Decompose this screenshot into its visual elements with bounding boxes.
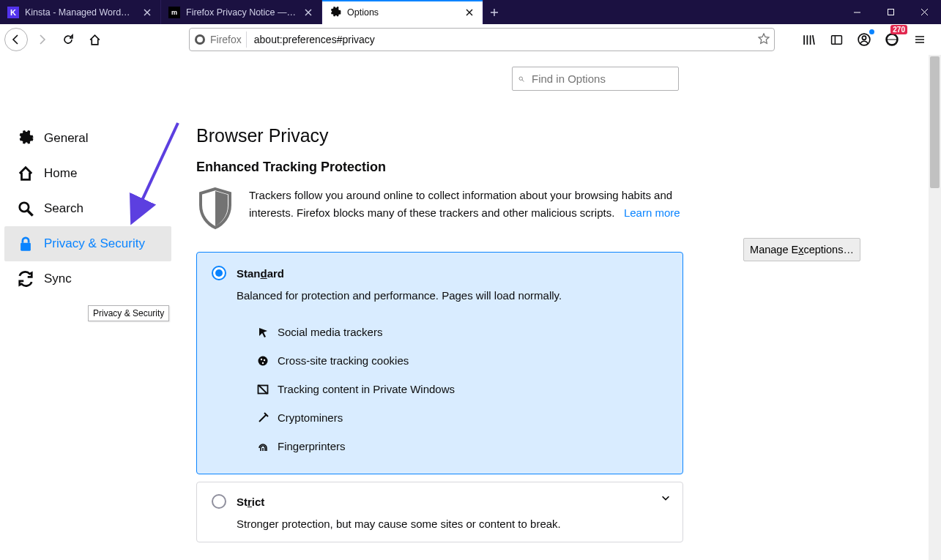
notification-dot-icon: [869, 29, 874, 34]
feature-item: Cross-site tracking cookies: [257, 346, 668, 375]
svg-point-10: [259, 356, 268, 365]
scrollbar-thumb[interactable]: [930, 56, 940, 188]
radio-strict[interactable]: [212, 494, 226, 509]
svg-point-5: [862, 36, 866, 40]
tab-title: Firefox Privacy Notice — Mozil: [186, 7, 297, 18]
find-in-options[interactable]: [512, 67, 679, 91]
tab-kinsta[interactable]: K Kinsta - Managed WordPress H: [0, 0, 161, 24]
preferences-sidebar: General Home Search Privacy & Security S…: [0, 55, 176, 560]
tab-strip: K Kinsta - Managed WordPress H m Firefox…: [0, 0, 505, 24]
sidebar-item-general[interactable]: General: [4, 121, 171, 156]
window-titlebar: K Kinsta - Managed WordPress H m Firefox…: [0, 0, 941, 24]
section-heading-etp: Enhanced Tracking Protection: [196, 160, 920, 175]
sidebar-item-label: General: [44, 131, 88, 146]
url-bar[interactable]: Firefox: [189, 28, 775, 51]
page-title: Browser Privacy: [196, 125, 920, 146]
option-description: Stronger protection, but may cause some …: [237, 518, 668, 530]
sidebar-item-label: Search: [44, 201, 83, 216]
option-title: Standard: [237, 267, 284, 280]
svg-point-2: [197, 37, 203, 42]
svg-rect-8: [21, 243, 31, 251]
tab-title: Options: [347, 7, 458, 18]
search-icon: [18, 201, 34, 217]
sidebar-item-privacy[interactable]: Privacy & Security: [4, 226, 171, 261]
social-trackers-icon: [257, 326, 269, 338]
app-menu-button[interactable]: [907, 27, 932, 52]
sidebar-item-home[interactable]: Home: [4, 156, 171, 191]
sidebar-tooltip: Privacy & Security: [88, 305, 169, 321]
window-maximize-button[interactable]: [874, 0, 907, 24]
bookmark-star-icon[interactable]: [758, 33, 770, 47]
sidebar-item-label: Home: [44, 166, 77, 181]
svg-rect-3: [831, 35, 841, 44]
favicon-kinsta: K: [7, 7, 19, 18]
account-button[interactable]: [852, 27, 877, 52]
window-close-button[interactable]: [907, 0, 941, 24]
tab-close-icon[interactable]: [302, 7, 314, 18]
shield-icon: [196, 187, 234, 233]
cookie-icon: [257, 355, 269, 367]
svg-point-7: [20, 203, 29, 212]
sidebar-item-label: Privacy & Security: [44, 236, 145, 251]
sidebar-item-search[interactable]: Search: [4, 191, 171, 226]
find-input[interactable]: [530, 72, 672, 86]
feature-item: Tracking content in Private Windows: [257, 375, 668, 403]
gear-icon: [330, 7, 341, 18]
new-tab-button[interactable]: [483, 0, 505, 24]
manage-exceptions-button[interactable]: Manage Exceptions…: [743, 238, 860, 261]
firefox-logo-icon: [194, 34, 206, 45]
window-minimize-button[interactable]: [840, 0, 874, 24]
tab-options[interactable]: Options: [322, 0, 483, 24]
forward-button[interactable]: [29, 27, 54, 52]
feature-item: Fingerprinters: [257, 432, 668, 460]
tab-close-icon[interactable]: [464, 7, 475, 18]
svg-point-13: [262, 362, 264, 363]
feature-list: Social media trackers Cross-site trackin…: [257, 318, 668, 460]
etp-option-strict[interactable]: Strict Stronger protection, but may caus…: [196, 482, 683, 542]
radio-standard[interactable]: [212, 266, 226, 280]
tab-close-icon[interactable]: [141, 7, 153, 18]
url-input[interactable]: [253, 33, 752, 46]
tab-moz-privacy[interactable]: m Firefox Privacy Notice — Mozil: [161, 0, 322, 24]
svg-point-11: [261, 358, 262, 359]
sidebar-item-label: Sync: [44, 272, 72, 286]
home-button[interactable]: [82, 27, 107, 52]
etp-option-standard[interactable]: Standard Balanced for protection and per…: [196, 252, 683, 474]
lock-icon: [18, 236, 34, 252]
gear-icon: [18, 130, 34, 146]
scrollbar[interactable]: ▴: [929, 55, 941, 560]
svg-point-9: [519, 77, 523, 81]
option-title: Strict: [237, 496, 264, 508]
chevron-down-icon[interactable]: [661, 493, 671, 505]
reload-button[interactable]: [56, 27, 81, 52]
back-button[interactable]: [4, 28, 28, 51]
svg-point-12: [264, 359, 265, 360]
favicon-mozilla: m: [168, 7, 180, 18]
fingerprint-icon: [257, 441, 269, 452]
sidebar-item-sync[interactable]: Sync: [4, 261, 171, 296]
sidebar-button[interactable]: [824, 27, 849, 52]
feature-item: Social media trackers: [257, 318, 668, 346]
preferences-main: Browser Privacy Enhanced Tracking Protec…: [176, 55, 941, 560]
option-description: Balanced for protection and performance.…: [237, 289, 668, 302]
svg-rect-0: [888, 10, 893, 15]
feature-item: Cryptominers: [257, 403, 668, 432]
tab-title: Kinsta - Managed WordPress H: [25, 7, 135, 18]
etp-description: Trackers follow you around online to col…: [249, 187, 683, 222]
home-icon: [18, 165, 34, 182]
cryptominer-icon: [257, 412, 269, 424]
search-icon: [518, 74, 524, 84]
extension-button[interactable]: 270: [879, 27, 904, 52]
site-identity[interactable]: Firefox: [194, 31, 247, 48]
sync-icon: [18, 271, 34, 287]
window-controls: [840, 0, 941, 24]
notification-count-badge: 270: [890, 25, 907, 34]
learn-more-link[interactable]: Learn more: [624, 206, 680, 219]
library-button[interactable]: [796, 27, 821, 52]
identity-label: Firefox: [210, 34, 242, 45]
tracking-content-icon: [257, 384, 269, 395]
nav-toolbar: Firefox 270: [0, 24, 941, 55]
